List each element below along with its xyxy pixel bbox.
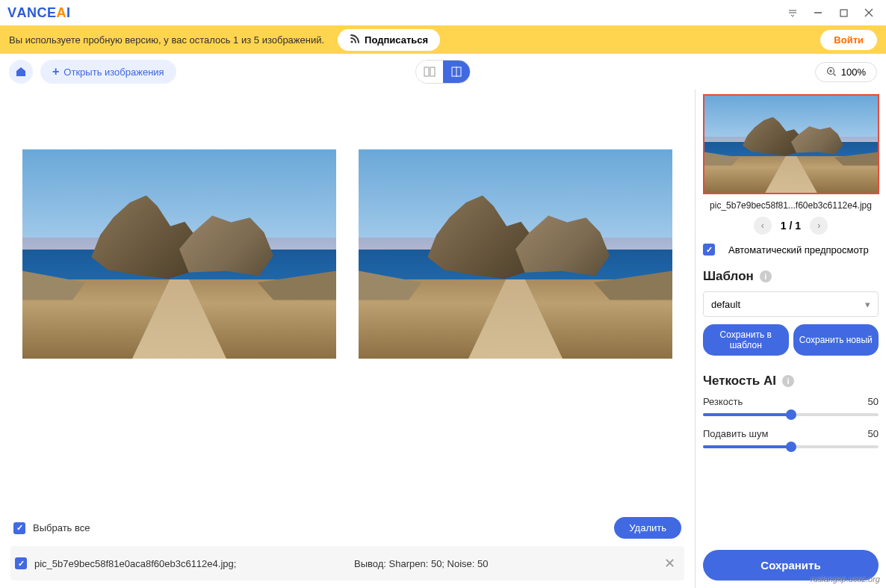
- sharpness-value: 50: [868, 396, 879, 407]
- delete-button[interactable]: Удалить: [614, 517, 681, 539]
- preview-area: Выбрать все Удалить pic_5b7e9bec58f81e0a…: [0, 90, 695, 588]
- sharpness-label: Резкость: [703, 396, 743, 407]
- prev-page-button[interactable]: ‹: [754, 217, 772, 235]
- select-all-label: Выбрать все: [33, 522, 90, 533]
- comparison-row: [10, 97, 684, 359]
- view-toggle: [415, 60, 471, 84]
- svg-point-1: [351, 40, 353, 43]
- thumbnail[interactable]: [703, 94, 879, 194]
- template-section-title: Шаблон i: [703, 269, 879, 284]
- app-logo: VANCEAI: [7, 5, 71, 21]
- info-icon[interactable]: i: [760, 270, 772, 282]
- svg-rect-0: [840, 10, 847, 16]
- window-controls: [780, 2, 882, 23]
- single-view-icon: [424, 66, 436, 77]
- subscribe-label: Подписаться: [365, 34, 428, 46]
- select-all-checkbox[interactable]: [13, 522, 25, 534]
- noise-slider[interactable]: [703, 445, 879, 448]
- right-panel: pic_5b7e9bec58f81...f60eb3c6112e4.jpg ‹ …: [695, 90, 886, 588]
- save-to-template-button[interactable]: Сохранить в шаблон: [703, 324, 789, 356]
- svg-rect-2: [424, 67, 429, 76]
- slider-thumb[interactable]: [786, 409, 796, 420]
- home-button[interactable]: [9, 60, 33, 84]
- split-view-icon: [450, 66, 462, 77]
- noise-label: Подавить шум: [703, 428, 768, 439]
- file-output-info: Вывод: Sharpen: 50; Noise: 50: [354, 558, 489, 569]
- next-page-button[interactable]: ›: [810, 217, 828, 235]
- file-checkbox[interactable]: [15, 557, 27, 569]
- open-images-button[interactable]: + Открыть изображения: [40, 60, 176, 84]
- slider-thumb[interactable]: [786, 442, 796, 452]
- title-bar: VANCEAI: [0, 0, 886, 25]
- original-image: [22, 149, 336, 359]
- minimize-button[interactable]: [805, 2, 831, 23]
- plus-icon: +: [52, 65, 59, 78]
- file-row: pic_5b7e9bec58f81e0aca8f60eb3c6112e4.jpg…: [10, 546, 684, 581]
- file-name: pic_5b7e9bec58f81e0aca8f60eb3c6112e4.jpg…: [34, 558, 236, 569]
- open-images-label: Открыть изображения: [63, 66, 164, 78]
- auto-preview-label: Автоматический предпросмотр: [728, 244, 869, 256]
- pager: ‹ 1 / 1 ›: [703, 217, 879, 235]
- trial-text: Вы используете пробную версию, у вас ост…: [9, 34, 324, 46]
- select-all-row: Выбрать все Удалить: [10, 511, 684, 546]
- file-list: Выбрать все Удалить pic_5b7e9bec58f81e0a…: [10, 511, 684, 581]
- view-single-button[interactable]: [416, 61, 443, 83]
- login-button[interactable]: Войти: [820, 30, 877, 50]
- zoom-control[interactable]: 100%: [815, 62, 877, 82]
- svg-rect-3: [430, 67, 435, 76]
- sharpness-slider-row: Резкость 50: [703, 396, 879, 416]
- page-indicator: 1 / 1: [781, 220, 801, 232]
- sharpness-slider[interactable]: [703, 413, 879, 416]
- subscribe-button[interactable]: Подписаться: [338, 29, 440, 51]
- template-value: default: [711, 299, 740, 310]
- toolbar: + Открыть изображения 100%: [0, 54, 886, 90]
- zoom-in-icon: [826, 66, 837, 77]
- chevron-down-icon: ▾: [865, 299, 870, 310]
- home-icon: [15, 66, 27, 78]
- info-icon[interactable]: i: [782, 375, 794, 387]
- close-button[interactable]: [856, 2, 882, 23]
- view-split-button[interactable]: [443, 61, 470, 83]
- auto-preview-checkbox[interactable]: [703, 244, 715, 256]
- zoom-value: 100%: [841, 66, 866, 78]
- trial-banner: Вы используете пробную версию, у вас ост…: [0, 25, 886, 54]
- template-select[interactable]: default ▾: [703, 291, 879, 317]
- rss-icon: [350, 34, 360, 46]
- thumbnail-filename: pic_5b7e9bec58f81...f60eb3c6112e4.jpg: [703, 200, 879, 211]
- template-buttons: Сохранить в шаблон Сохранить новый: [703, 324, 879, 356]
- watermark: ruslangxp.ucoz.org: [811, 575, 880, 584]
- maximize-button[interactable]: [831, 2, 856, 23]
- processed-image: [359, 149, 672, 359]
- sharpness-section-title: Четкость AI i: [703, 374, 879, 389]
- noise-value: 50: [868, 428, 879, 439]
- dropdown-icon[interactable]: [780, 2, 805, 23]
- save-new-template-button[interactable]: Сохранить новый: [793, 324, 879, 356]
- auto-preview-row: Автоматический предпросмотр: [703, 244, 879, 256]
- noise-slider-row: Подавить шум 50: [703, 428, 879, 448]
- remove-file-button[interactable]: ✕: [660, 555, 680, 572]
- main-area: Выбрать все Удалить pic_5b7e9bec58f81e0a…: [0, 90, 886, 588]
